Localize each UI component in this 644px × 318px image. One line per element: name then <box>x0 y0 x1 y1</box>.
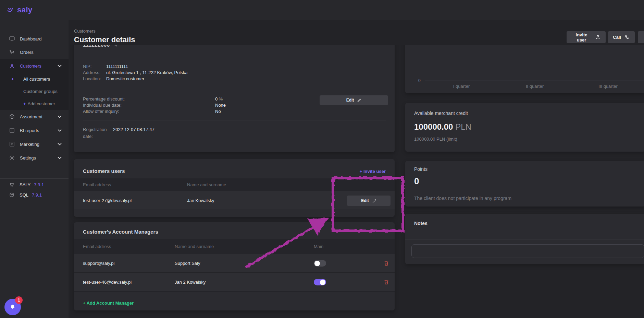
notes-card: Notes <box>405 214 644 264</box>
cart-icon <box>9 49 15 55</box>
sidebar-divider <box>0 178 69 179</box>
person-icon <box>595 34 601 40</box>
table-row: support@saly.pl Support Saly <box>74 254 395 273</box>
sidebar-item-label: Dashboard <box>20 36 42 42</box>
x-axis-label: II quarter <box>526 84 544 89</box>
user-name: Jan Kowalsky <box>187 198 214 203</box>
points-value: 0 <box>414 176 419 187</box>
due-date-value: None <box>215 102 226 108</box>
saly-logo-icon <box>7 6 15 14</box>
points-description: The client does not participate in any p… <box>414 196 511 201</box>
points-card: Points 0 The client does not participate… <box>405 161 644 207</box>
active-dot <box>12 78 13 80</box>
x-axis-label: III quarter <box>598 84 618 89</box>
field-value: Domestic customer <box>106 76 144 82</box>
package-icon <box>9 192 15 198</box>
sidebar-subitem-customer-groups[interactable]: Customer groups <box>0 86 69 97</box>
chevron-down-icon <box>58 64 62 67</box>
sidebar: Dashboard Orders Customers All customers… <box>0 20 69 318</box>
subitem-label: Add customer <box>28 101 55 106</box>
card-title: Customer's Account Managers <box>83 229 158 235</box>
sidebar-item-label: BI reports <box>20 128 39 133</box>
table-header: Email address Name and surname <box>74 178 395 191</box>
credit-amount: 100000.00 PLN <box>414 122 471 132</box>
account-managers-card: Customer's Account Managers Email addres… <box>74 222 395 310</box>
registration-label: Registration date: <box>83 126 110 140</box>
main-toggle-off[interactable] <box>314 260 326 267</box>
chevron-down-icon <box>58 143 62 145</box>
sidebar-subitem-all-customers[interactable]: All customers <box>0 73 69 84</box>
table-row: test-user-46@dev.saly.pl Jan 2 Kowalsky <box>74 273 395 292</box>
document-icon <box>9 141 15 147</box>
logo-text: saly <box>17 5 33 14</box>
edit-user-button[interactable]: Edit <box>347 196 391 206</box>
version-number: 7.9.1 <box>34 182 44 187</box>
chevron-down-icon <box>58 129 62 132</box>
subitem-label: Customer groups <box>23 89 58 94</box>
user-icon <box>9 63 15 69</box>
plus-icon: + <box>23 101 26 106</box>
x-axis-line <box>425 81 644 81</box>
column-name: Name and surname <box>187 182 226 187</box>
toggle-knob <box>314 261 320 266</box>
column-email: Email address <box>83 182 111 187</box>
discount-label: Percentage discount: <box>83 96 125 102</box>
due-date-label: Individual due date: <box>83 102 122 108</box>
manager-name: Jan 2 Kowalsky <box>175 280 206 285</box>
version-name: SQL <box>20 192 28 198</box>
app-window: saly Dashboard Orders Customers All cust… <box>0 0 644 318</box>
sidebar-item-orders[interactable]: Orders <box>0 46 69 58</box>
invite-user-link[interactable]: + Invite user <box>360 169 386 174</box>
sidebar-item-label: Assortment <box>20 114 42 119</box>
invite-user-button[interactable]: Invite user <box>567 31 606 43</box>
offer-inquiry-value: No <box>215 108 221 115</box>
version-name: SALY <box>20 182 30 187</box>
sidebar-item-label: Settings <box>20 155 36 161</box>
sidebar-subitem-add-customer[interactable]: + Add customer <box>0 98 69 109</box>
field-label: NIP: <box>83 63 106 70</box>
cart-icon <box>9 182 15 188</box>
column-name: Name and surname <box>175 244 214 249</box>
page-title: Customer details <box>74 35 135 44</box>
manager-email: support@saly.pl <box>83 261 114 266</box>
saly-logo[interactable]: saly <box>7 5 33 14</box>
card-title: Customers users <box>83 168 125 174</box>
user-email: test-user-27@dev.saly.pl <box>83 198 132 203</box>
quarter-chart-card: 0 I quarter II quarter III quarter <box>405 40 644 93</box>
sidebar-item-marketing[interactable]: Marketing <box>0 138 69 150</box>
divider <box>405 239 644 239</box>
currency-label: PLN <box>455 122 471 131</box>
field-label: Address: <box>83 70 106 76</box>
breadcrumb: Customers <box>74 28 96 34</box>
add-account-manager-link[interactable]: + Add Account Manager <box>83 301 134 306</box>
main-toggle-on[interactable] <box>314 279 326 285</box>
delete-icon[interactable] <box>383 279 389 285</box>
divider <box>83 92 386 92</box>
merchant-credit-card: Available merchant credit 100000.00 PLN … <box>405 103 644 152</box>
notifications-button[interactable]: 1 <box>4 299 21 315</box>
nip-row: NIP: 1111111111 <box>83 63 128 70</box>
call-button[interactable]: Call <box>608 31 635 43</box>
chevron-down-icon <box>58 115 62 118</box>
percent-unit: % <box>219 96 223 102</box>
sidebar-item-customers[interactable]: Customers <box>0 60 69 72</box>
notes-input[interactable] <box>411 244 644 258</box>
chevron-down-icon <box>58 156 62 159</box>
sidebar-item-dashboard[interactable]: Dashboard <box>0 33 69 45</box>
sidebar-item-bi-reports[interactable]: BI reports <box>0 124 69 137</box>
column-main: Main <box>314 244 323 249</box>
sidebar-item-settings[interactable]: Settings <box>0 152 69 164</box>
subitem-label: All customers <box>23 76 50 82</box>
delete-icon[interactable] <box>383 260 389 267</box>
sidebar-item-assortment[interactable]: Assortment <box>0 110 69 123</box>
notification-badge: 1 <box>15 296 23 304</box>
page-header: Customers Customer details Invite user C… <box>69 20 644 45</box>
partial-button[interactable]: S <box>638 31 644 43</box>
card-title: Available merchant credit <box>414 110 468 116</box>
manager-email: test-user-46@dev.saly.pl <box>83 280 132 285</box>
gear-icon <box>9 155 15 161</box>
toggle-knob <box>320 280 325 285</box>
pencil-icon <box>372 199 376 203</box>
edit-discount-button[interactable]: Edit <box>320 95 388 105</box>
field-value: 1111111111 <box>106 63 128 70</box>
